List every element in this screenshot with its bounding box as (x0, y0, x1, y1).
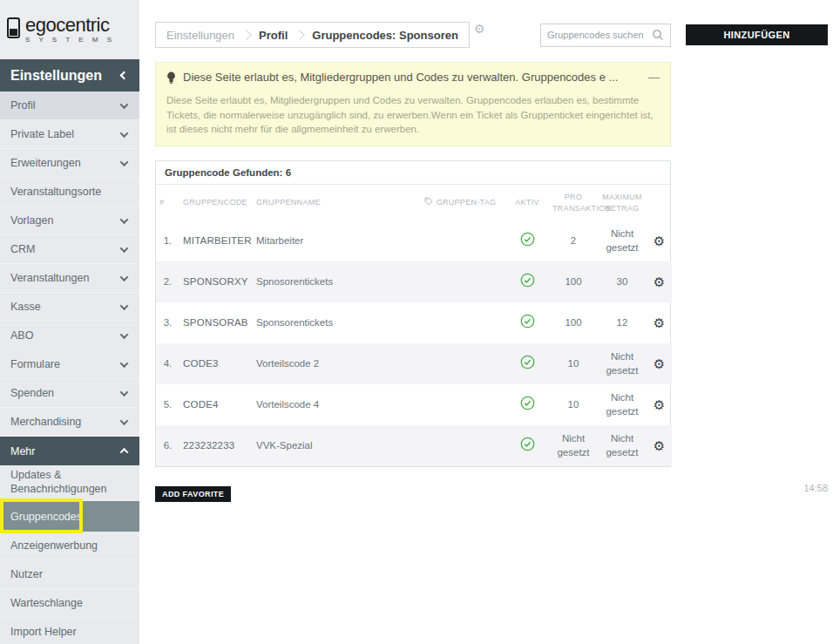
breadcrumb-profil[interactable]: Profil (259, 29, 288, 42)
group-name: Vorteilscode 4 (253, 384, 415, 425)
row-number: 6. (156, 425, 179, 466)
notice-collapse-button[interactable]: — (648, 71, 660, 84)
breadcrumb-separator-icon (241, 30, 251, 39)
active-check-icon (520, 437, 535, 451)
sidebar-item-nutzer[interactable]: Nutzer (0, 560, 139, 589)
tag-icon (424, 197, 433, 206)
row-settings-gear-icon[interactable]: ⚙ (647, 261, 672, 302)
group-tag (415, 302, 505, 343)
breadcrumb-einstellungen[interactable]: Einstellungen (166, 29, 234, 42)
per-transaction: 10 (549, 343, 598, 384)
notice-body: Diese Seite erlaubt es, Mitgliedergruppe… (166, 93, 660, 137)
topbar: Einstellungen Profil Gruppencodes: Spons… (139, 0, 833, 48)
col-header-maximum-betrag: MAXIMUM BETRAG (598, 185, 647, 220)
chevron-down-icon (120, 129, 129, 138)
active-check-icon (520, 273, 535, 288)
logo-brand: egocentric (25, 16, 115, 35)
active-status (505, 261, 549, 302)
sidebar-item-gruppencodes[interactable]: Gruppencodes (0, 501, 139, 532)
active-status (505, 384, 549, 425)
active-check-icon (520, 355, 535, 369)
sidebar-item-spenden[interactable]: Spenden (0, 379, 139, 408)
footer-row: ADD FAVORITE 14:58 (155, 486, 828, 502)
logo[interactable]: egocentric S Y S T E M S (0, 0, 139, 59)
sidebar-item-veranstaltungsorte[interactable]: Veranstaltungsorte (0, 178, 139, 207)
chevron-left-icon (120, 71, 129, 80)
sidebar-item-import-helper[interactable]: Import Helper (0, 618, 139, 644)
row-settings-gear-icon[interactable]: ⚙ (647, 425, 672, 466)
hinzufuegen-button[interactable]: HINZUFÜGEN (686, 24, 828, 45)
sidebar-item-updates-benachrichtigungen[interactable]: Updates & Benachrichtigungen (0, 465, 139, 501)
active-check-icon (520, 314, 535, 329)
col-header-gruppen-tag: GRUPPEN-TAG (415, 185, 505, 220)
table-row: 5. CODE4 Vorteilscode 4 10 Nicht gesetzt (156, 384, 672, 425)
group-name: Sponsorentickets (253, 302, 415, 343)
max-amount: Nicht gesetzt (598, 425, 647, 466)
col-header-num: # (156, 185, 179, 220)
group-code: SPONSORXY (179, 261, 253, 302)
breadcrumb: Einstellungen Profil Gruppencodes: Spons… (155, 22, 470, 48)
table-row: 1. MITARBEITER Mitarbeiter 2 Nicht geset… (156, 220, 672, 261)
add-favorite-button[interactable]: ADD FAVORITE (155, 486, 231, 502)
search-input[interactable] (547, 30, 652, 40)
row-settings-gear-icon[interactable]: ⚙ (647, 302, 672, 343)
logo-subtitle: S Y S T E M S (25, 37, 115, 44)
sidebar-item-vorlagen[interactable]: Vorlagen (0, 207, 139, 235)
sidebar-item-formulare[interactable]: Formulare (0, 350, 139, 379)
per-transaction: 2 (549, 220, 598, 261)
per-transaction: 100 (549, 302, 598, 343)
max-amount: Nicht gesetzt (598, 343, 647, 384)
max-amount: Nicht gesetzt (598, 384, 647, 425)
search-icon (652, 29, 664, 41)
result-count: 6 (286, 167, 291, 178)
sidebar: egocentric S Y S T E M S Einstellungen P… (0, 0, 139, 644)
row-settings-gear-icon[interactable]: ⚙ (647, 343, 672, 384)
sidebar-item-warteschlange[interactable]: Warteschlange (0, 589, 139, 618)
group-name: VVK-Spezial (253, 425, 415, 466)
chevron-down-icon (120, 244, 129, 253)
sidebar-item-erweiterungen[interactable]: Erweiterungen (0, 149, 139, 178)
sidebar-header-label: Einstellungen (10, 68, 102, 84)
sidebar-item-crm[interactable]: CRM (0, 235, 139, 264)
row-settings-gear-icon[interactable]: ⚙ (647, 220, 672, 261)
table-header-row: # GRUPPENCODE GRUPPENNAME GRUPPEN-TAG AK… (156, 185, 672, 220)
sidebar-header-einstellungen[interactable]: Einstellungen (0, 59, 139, 92)
sidebar-item-abo[interactable]: ABO (0, 322, 139, 350)
row-number: 1. (156, 220, 179, 261)
chevron-down-icon (120, 158, 129, 166)
col-header-gruppenname: GRUPPENNAME (253, 185, 415, 220)
sidebar-item-anzeigenwerbung[interactable]: Anzeigenwerbung (0, 532, 139, 560)
active-status (505, 302, 549, 343)
group-tag (415, 343, 505, 384)
notice-title: Diese Seite erlaubt es, Mitgliedergruppe… (183, 71, 618, 84)
active-status (505, 343, 549, 384)
sidebar-item-kasse[interactable]: Kasse (0, 293, 139, 322)
breadcrumb-current-page: Gruppencodes: Sponsoren (312, 29, 458, 42)
chevron-up-icon (120, 448, 129, 457)
logo-phone-icon (7, 17, 20, 38)
row-number: 2. (156, 261, 179, 302)
col-header-actions (647, 185, 672, 220)
table-row: 4. CODE3 Vorteilscode 2 10 Nicht gesetzt (156, 343, 672, 384)
row-settings-gear-icon[interactable]: ⚙ (647, 384, 672, 425)
row-number: 5. (156, 384, 179, 425)
sidebar-item-private-label[interactable]: Private Label (0, 120, 139, 149)
chevron-down-icon (120, 388, 129, 397)
active-status (505, 425, 549, 466)
sidebar-nav: Profil Private Label Erweiterungen Veran… (0, 92, 139, 644)
app-root: egocentric S Y S T E M S Einstellungen P… (0, 0, 833, 644)
row-number: 4. (156, 343, 179, 384)
chevron-down-icon (120, 215, 129, 224)
sidebar-item-merchandising[interactable]: Merchandising (0, 408, 139, 437)
group-code: CODE3 (179, 343, 253, 384)
breadcrumb-gear-icon[interactable]: ⚙ (474, 22, 485, 36)
sidebar-item-profil[interactable]: Profil (0, 92, 139, 120)
sidebar-item-veranstaltungen[interactable]: Veranstaltungen (0, 264, 139, 293)
sidebar-item-mehr[interactable]: Mehr (0, 437, 139, 465)
groupcodes-table: # GRUPPENCODE GRUPPENNAME GRUPPEN-TAG AK… (156, 185, 672, 466)
max-amount: 30 (598, 261, 647, 302)
group-tag (415, 384, 505, 425)
info-notice: Diese Seite erlaubt es, Mitgliedergruppe… (155, 62, 671, 146)
col-header-aktiv: AKTIV (505, 185, 549, 220)
group-name: Mitarbeiter (253, 220, 415, 261)
